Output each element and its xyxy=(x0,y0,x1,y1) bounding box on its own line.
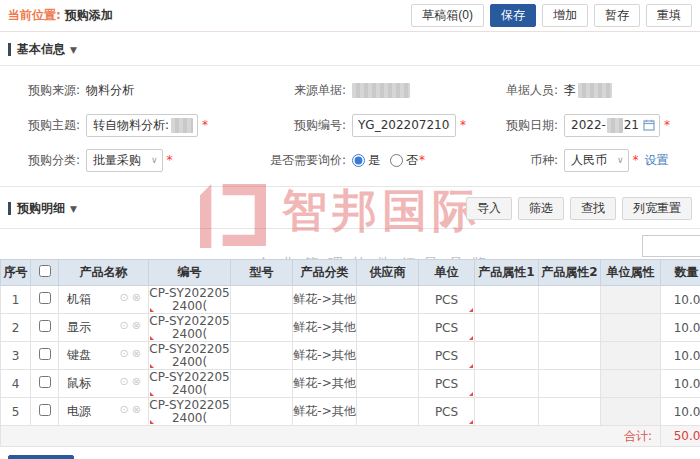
row-supplier[interactable] xyxy=(357,398,419,426)
col-attr2[interactable]: 产品属性2 xyxy=(539,260,601,286)
row-unit[interactable]: PCS xyxy=(419,314,475,342)
row-unit[interactable]: PCS xyxy=(419,286,475,314)
find-button[interactable]: 查找 xyxy=(570,197,616,220)
col-attr1[interactable]: 产品属性1 xyxy=(475,260,539,286)
row-qty[interactable]: 10.00 xyxy=(661,286,700,314)
row-qty[interactable]: 10.00 xyxy=(661,398,700,426)
row-product-name[interactable]: 鼠标⊙⊗ xyxy=(59,370,149,398)
row-qty[interactable]: 10.00 xyxy=(661,370,700,398)
col-unit-attr[interactable]: 单位属性 xyxy=(601,260,661,286)
add-button[interactable]: 增加 xyxy=(542,4,588,27)
row-model[interactable] xyxy=(231,370,293,398)
row-category[interactable]: 鲜花->其他 xyxy=(293,286,357,314)
inquiry-no-input[interactable] xyxy=(390,154,403,167)
row-attr2[interactable] xyxy=(539,398,601,426)
row-category[interactable]: 鲜花->其他 xyxy=(293,342,357,370)
row-category[interactable]: 鲜花->其他 xyxy=(293,370,357,398)
subject-input[interactable]: 转自物料分析: xyxy=(86,114,198,137)
row-qty[interactable]: 10.00 xyxy=(661,342,700,370)
row-supplier[interactable] xyxy=(357,342,419,370)
detail-title-group[interactable]: 预购明细 ▼ xyxy=(8,200,77,217)
row-category[interactable]: 鲜花->其他 xyxy=(293,398,357,426)
row-unit-attr[interactable] xyxy=(601,342,661,370)
remove-icon[interactable]: ⊗ xyxy=(132,375,144,388)
row-attr1[interactable] xyxy=(475,398,539,426)
preview-icon[interactable]: ⊙ xyxy=(120,403,132,416)
row-checkbox[interactable] xyxy=(39,292,51,304)
remove-icon[interactable]: ⊗ xyxy=(132,291,144,304)
number-input[interactable] xyxy=(352,114,456,137)
row-unit-attr[interactable] xyxy=(601,286,661,314)
row-unit[interactable]: PCS xyxy=(419,342,475,370)
col-code[interactable]: 编号 xyxy=(149,260,231,286)
table-quick-input[interactable] xyxy=(642,235,700,257)
inquiry-no-radio[interactable]: 否 xyxy=(390,152,418,169)
row-checkbox[interactable] xyxy=(39,320,51,332)
row-supplier[interactable] xyxy=(357,314,419,342)
row-supplier[interactable] xyxy=(357,370,419,398)
row-model[interactable] xyxy=(231,342,293,370)
row-attr2[interactable] xyxy=(539,370,601,398)
row-model[interactable] xyxy=(231,286,293,314)
row-attr1[interactable] xyxy=(475,370,539,398)
currency-select[interactable]: 人民币 ∨ xyxy=(564,149,629,172)
currency-settings-link[interactable]: 设置 xyxy=(645,152,669,169)
row-code[interactable]: CP-SY2022052400( xyxy=(149,314,231,342)
row-unit-attr[interactable] xyxy=(601,398,661,426)
draftbox-button[interactable]: 草稿箱(0) xyxy=(411,4,484,27)
row-attr1[interactable] xyxy=(475,314,539,342)
col-category[interactable]: 产品分类 xyxy=(293,260,357,286)
row-code[interactable]: CP-SY2022052400( xyxy=(149,370,231,398)
continue-add-button[interactable]: 继续添加 xyxy=(8,455,74,459)
remove-icon[interactable]: ⊗ xyxy=(132,319,144,332)
row-model[interactable] xyxy=(231,398,293,426)
temp-save-button[interactable]: 暂存 xyxy=(594,4,640,27)
basic-info-header[interactable]: 基本信息 ▼ xyxy=(0,32,700,65)
row-unit-attr[interactable] xyxy=(601,314,661,342)
preview-icon[interactable]: ⊙ xyxy=(120,347,132,360)
category-select[interactable]: 批量采购 ∨ xyxy=(86,149,163,172)
row-unit-attr[interactable] xyxy=(601,370,661,398)
row-attr2[interactable] xyxy=(539,314,601,342)
inquiry-yes-input[interactable] xyxy=(352,154,365,167)
row-code[interactable]: CP-SY2022052400( xyxy=(149,286,231,314)
filter-button[interactable]: 筛选 xyxy=(518,197,564,220)
preview-icon[interactable]: ⊙ xyxy=(120,375,132,388)
calendar-icon[interactable] xyxy=(643,119,655,131)
column-width-reset-button[interactable]: 列宽重置 xyxy=(622,197,692,220)
col-product-name[interactable]: 产品名称 xyxy=(59,260,149,286)
collapse-caret-icon[interactable]: ▼ xyxy=(70,204,77,214)
row-checkbox[interactable] xyxy=(39,348,51,360)
reset-button[interactable]: 重填 xyxy=(646,4,692,27)
row-checkbox[interactable] xyxy=(39,404,51,416)
import-button[interactable]: 导入 xyxy=(466,197,512,220)
row-attr1[interactable] xyxy=(475,342,539,370)
row-product-name[interactable]: 机箱⊙⊗ xyxy=(59,286,149,314)
preview-icon[interactable]: ⊙ xyxy=(120,319,132,332)
row-attr2[interactable] xyxy=(539,286,601,314)
row-code[interactable]: CP-SY2022052400( xyxy=(149,398,231,426)
col-qty[interactable]: 数量 xyxy=(661,260,700,286)
inquiry-yes-radio[interactable]: 是 xyxy=(352,152,380,169)
col-index[interactable]: 序号 xyxy=(1,260,31,286)
preview-icon[interactable]: ⊙ xyxy=(120,291,132,304)
row-supplier[interactable] xyxy=(357,286,419,314)
row-category[interactable]: 鲜花->其他 xyxy=(293,314,357,342)
row-product-name[interactable]: 电源⊙⊗ xyxy=(59,398,149,426)
col-unit[interactable]: 单位 xyxy=(419,260,475,286)
col-model[interactable]: 型号 xyxy=(231,260,293,286)
date-input[interactable]: 2022- 21 xyxy=(564,114,660,137)
col-supplier[interactable]: 供应商 xyxy=(357,260,419,286)
row-unit[interactable]: PCS xyxy=(419,398,475,426)
collapse-caret-icon[interactable]: ▼ xyxy=(70,45,77,55)
save-button[interactable]: 保存 xyxy=(490,4,536,27)
row-product-name[interactable]: 键盘⊙⊗ xyxy=(59,342,149,370)
row-qty[interactable]: 10.00 xyxy=(661,314,700,342)
row-unit[interactable]: PCS xyxy=(419,370,475,398)
row-attr1[interactable] xyxy=(475,286,539,314)
row-product-name[interactable]: 显示⊙⊗ xyxy=(59,314,149,342)
remove-icon[interactable]: ⊗ xyxy=(132,347,144,360)
remove-icon[interactable]: ⊗ xyxy=(132,403,144,416)
row-attr2[interactable] xyxy=(539,342,601,370)
row-model[interactable] xyxy=(231,314,293,342)
